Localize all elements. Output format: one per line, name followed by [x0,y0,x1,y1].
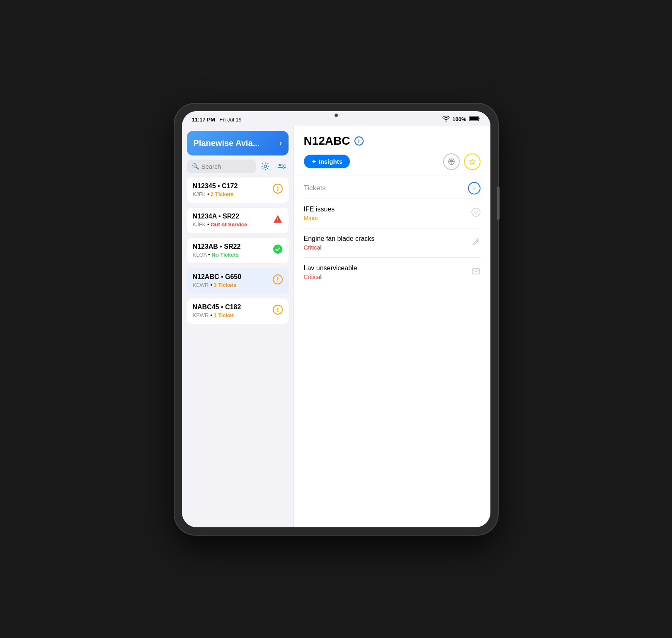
ticket-item-left: IFE issues Minor [304,206,335,221]
svg-text:!: ! [277,217,279,223]
tickets-label: Tickets [304,184,326,192]
aircraft-item-n12345[interactable]: N12345 • C172 KJFK • 2 Tickets ! [187,177,289,203]
filter-icons [259,160,289,173]
ipad-screen: 11:17 PM Fri Jul 19 100% [182,111,490,527]
sidebar-header[interactable]: Planewise Avia... › [187,131,289,155]
ticket-severity: Minor [304,215,335,221]
aircraft-item-n1234a[interactable]: N1234A • SR22 KJFK • Out of Service ! [187,208,289,233]
aircraft-item-left: NABC45 • C182 KEWR • 1 Ticket [193,303,241,318]
aircraft-id: NABC45 • C182 [193,303,241,311]
search-bar: 🔍 [187,160,289,173]
ticket-item-lav[interactable]: Lav unserviceable Critical [304,257,480,287]
camera-notch [335,114,338,117]
svg-point-22 [472,208,480,216]
detail-panel: N12ABC i ✦ Insights [294,126,490,527]
add-ticket-button[interactable]: + [468,182,480,194]
info-icon[interactable]: i [354,136,364,146]
insights-button[interactable]: ✦ Insights [304,155,350,168]
svg-marker-21 [469,159,475,165]
ticket-severity: Critical [304,274,357,280]
ticket-count: 2 Tickets [211,191,233,197]
aircraft-id: N123AB • SR22 [193,243,241,250]
ticket-severity: Critical [304,244,375,251]
status-time: 11:17 PM [192,116,215,123]
aircraft-item-nabc45[interactable]: NABC45 • C182 KEWR • 1 Ticket ! [187,298,289,324]
aircraft-sub: KEWR • 1 Ticket [193,312,241,318]
ticket-mail-icon[interactable] [471,267,480,278]
status-text: No Tickets [211,252,239,258]
ticket-count: 3 Tickets [213,282,236,288]
aircraft-id: N12345 • C172 [193,182,238,190]
search-input[interactable] [201,163,251,170]
svg-rect-24 [472,269,480,274]
app-body: Planewise Avia... › 🔍 [182,126,490,527]
wifi-icon [442,116,450,123]
ticket-item-left: Lav unserviceable Critical [304,264,357,280]
insights-btn-icon: ✦ [311,158,316,165]
svg-rect-1 [470,117,478,120]
company-name: Planewise Avia... [194,138,260,148]
svg-text:!: ! [277,276,279,283]
ticket-count: 1 Ticket [213,312,233,318]
detail-actions-row: ✦ Insights [304,153,480,170]
aircraft-item-n12abc[interactable]: N12ABC • G650 KEWR • 3 Tickets ! [187,268,289,294]
settings-icon[interactable] [259,160,272,173]
status-date: Fri Jul 19 [219,116,241,123]
volume-button [497,187,500,220]
search-icon: 🔍 [192,163,199,170]
warning-icon: ! [273,305,283,317]
ticket-item-ife[interactable]: IFE issues Minor [304,199,480,228]
status-text: Out of Service [211,221,247,228]
chevron-right-icon: › [279,139,281,147]
filter-list-icon[interactable] [275,160,289,173]
detail-action-icons [443,153,480,170]
insights-btn-label: Insights [319,158,343,165]
warning-icon: ! [273,274,283,287]
aircraft-id: N1234A • SR22 [193,213,247,220]
aircraft-id: N12ABC • G650 [193,273,242,281]
detail-title-row: N12ABC i [304,134,480,148]
tickets-header: Tickets + [304,175,480,199]
aircraft-item-left: N123AB • SR22 KLGA • No Tickets [193,243,241,258]
ticket-check-icon[interactable] [471,208,480,219]
aircraft-item-left: N12ABC • G650 KEWR • 3 Tickets [193,273,242,288]
aircraft-item-n123ab[interactable]: N123AB • SR22 KLGA • No Tickets [187,238,289,263]
aircraft-sub: KJFK • 2 Tickets [193,191,238,197]
ticket-title: Lav unserviceable [304,264,357,272]
search-input-wrap[interactable]: 🔍 [187,160,256,173]
detail-header: N12ABC i ✦ Insights [294,126,490,175]
tickets-section: Tickets + IFE issues Minor [294,175,490,527]
green-check-icon [273,244,283,257]
battery-percentage: 100% [452,116,466,122]
ticket-wrench-icon[interactable] [471,237,480,248]
aircraft-sub: KEWR • 3 Tickets [193,282,242,288]
star-icon-button[interactable] [464,153,480,170]
ticket-title: Engine fan blade cracks [304,235,375,243]
svg-point-13 [273,245,282,254]
status-time-date: 11:17 PM Fri Jul 19 [192,116,242,123]
svg-text:!: ! [277,306,279,313]
battery-icon [469,116,480,123]
status-right-icons: 100% [442,116,480,123]
svg-point-2 [264,165,267,167]
sidebar: Planewise Avia... › 🔍 [182,126,294,527]
aircraft-item-left: N1234A • SR22 KJFK • Out of Service [193,213,247,228]
svg-point-3 [279,164,281,166]
share-icon-button[interactable] [443,153,460,170]
ticket-item-engine[interactable]: Engine fan blade cracks Critical [304,228,480,257]
warning-icon: ! [273,184,283,196]
ipad-frame: 11:17 PM Fri Jul 19 100% [175,104,498,535]
ticket-item-left: Engine fan blade cracks Critical [304,235,375,251]
svg-text:!: ! [277,185,279,192]
aircraft-item-left: N12345 • C172 KJFK • 2 Tickets [193,182,238,197]
detail-aircraft-id: N12ABC [304,134,350,148]
ticket-title: IFE issues [304,206,335,213]
red-warning-icon: ! [273,214,283,226]
aircraft-sub: KLGA • No Tickets [193,252,241,258]
aircraft-sub: KJFK • Out of Service [193,221,247,228]
svg-point-4 [283,167,284,168]
